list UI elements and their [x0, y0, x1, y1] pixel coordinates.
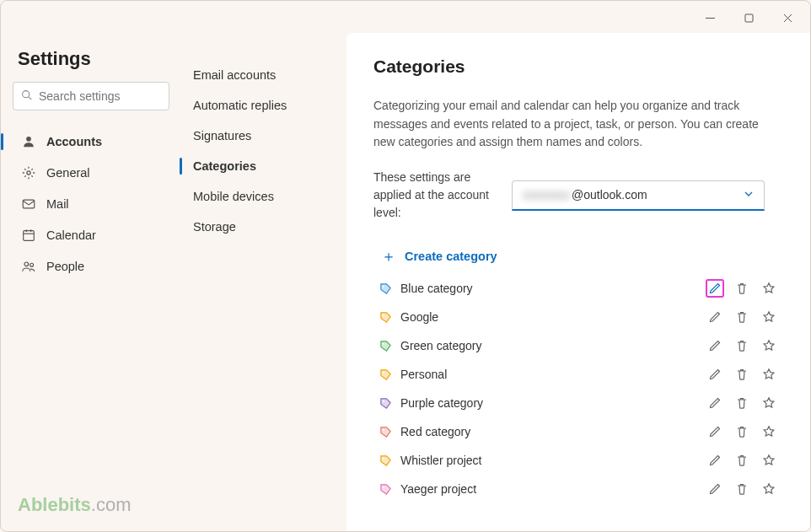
edit-button[interactable]: [706, 394, 724, 412]
delete-button[interactable]: [733, 394, 751, 412]
page-title: Categories: [373, 56, 783, 77]
gear-icon: [19, 165, 38, 180]
favorite-button[interactable]: [760, 336, 778, 355]
subnav-item-mobile-devices[interactable]: Mobile devices: [185, 181, 343, 212]
category-name: Yaeger project: [400, 482, 706, 496]
tag-icon: [379, 425, 392, 438]
edit-button[interactable]: [706, 422, 724, 441]
category-name: Green category: [400, 339, 706, 352]
subnav-item-automatic-replies[interactable]: Automatic replies: [185, 90, 343, 121]
edit-button[interactable]: [706, 308, 724, 326]
window-titlebar: [1, 1, 810, 35]
nav-item-people[interactable]: People: [13, 251, 169, 282]
nav-item-label: Mail: [46, 197, 69, 211]
calendar-icon: [19, 228, 38, 243]
category-name: Purple category: [400, 396, 706, 410]
subnav: Email accountsAutomatic repliesSignature…: [178, 35, 346, 531]
nav-item-label: General: [46, 166, 90, 180]
nav-item-accounts[interactable]: Accounts: [13, 126, 169, 157]
plus-icon: ＋: [381, 249, 396, 264]
category-name: Google: [400, 310, 706, 324]
svg-point-4: [23, 91, 30, 98]
favorite-button[interactable]: [760, 394, 778, 412]
category-row: Yaeger project: [373, 475, 783, 503]
account-select[interactable]: xxxxxxxx@outlook.com: [512, 180, 765, 211]
category-name: Red category: [400, 425, 706, 438]
window-maximize-button[interactable]: [729, 4, 768, 31]
nav-item-label: Calendar: [46, 228, 96, 242]
tag-icon: [379, 310, 392, 324]
tag-icon: [379, 368, 392, 381]
edit-button[interactable]: [706, 279, 724, 298]
watermark: Ablebits.com: [13, 494, 169, 516]
favorite-button[interactable]: [760, 308, 778, 326]
category-row: Purple category: [373, 389, 783, 417]
window-close-button[interactable]: [768, 4, 807, 31]
category-row: Blue category: [373, 274, 783, 303]
nav-item-label: People: [46, 260, 84, 273]
person-icon: [19, 134, 38, 149]
delete-button[interactable]: [733, 365, 751, 384]
category-row: Google: [373, 303, 783, 331]
tag-icon: [379, 454, 392, 467]
delete-button[interactable]: [733, 336, 751, 355]
tag-icon: [379, 482, 392, 496]
chevron-down-icon: [744, 187, 754, 202]
subnav-item-categories[interactable]: Categories: [185, 151, 343, 181]
category-name: Blue category: [400, 282, 706, 295]
nav-item-label: Accounts: [46, 135, 102, 148]
sidebar: Settings AccountsGeneralMailCalendarPeop…: [1, 35, 178, 531]
account-level-label: These settings are applied at the accoun…: [373, 169, 491, 222]
subnav-item-storage[interactable]: Storage: [185, 212, 343, 242]
create-category-button[interactable]: ＋ Create category: [376, 242, 783, 271]
favorite-button[interactable]: [760, 451, 778, 470]
category-name: Whistler project: [400, 454, 706, 467]
delete-button[interactable]: [733, 422, 751, 441]
favorite-button[interactable]: [760, 422, 778, 441]
category-row: Red category: [373, 417, 783, 446]
favorite-button[interactable]: [760, 279, 778, 298]
subnav-item-email-accounts[interactable]: Email accounts: [185, 60, 343, 90]
window-minimize-button[interactable]: [690, 4, 729, 31]
category-name: Personal: [400, 368, 706, 381]
svg-rect-1: [745, 14, 753, 22]
delete-button[interactable]: [733, 451, 751, 470]
nav-item-calendar[interactable]: Calendar: [13, 220, 169, 250]
delete-button[interactable]: [733, 480, 751, 498]
favorite-button[interactable]: [760, 480, 778, 498]
subnav-item-signatures[interactable]: Signatures: [185, 121, 343, 151]
tag-icon: [379, 396, 392, 410]
page-description: Categorizing your email and calendar can…: [373, 97, 783, 152]
category-row: Green category: [373, 331, 783, 360]
delete-button[interactable]: [733, 308, 751, 326]
edit-button[interactable]: [706, 336, 724, 355]
category-row: Whistler project: [373, 446, 783, 475]
tag-icon: [379, 282, 392, 295]
tag-icon: [379, 339, 392, 352]
nav-item-general[interactable]: General: [13, 158, 169, 188]
svg-line-5: [29, 97, 31, 99]
mail-icon: [19, 196, 38, 212]
favorite-button[interactable]: [760, 365, 778, 384]
search-icon: [21, 89, 32, 103]
edit-button[interactable]: [706, 480, 724, 498]
main-panel: Categories Categorizing your email and c…: [346, 33, 810, 531]
search-input[interactable]: [13, 82, 169, 110]
search-container: [13, 82, 169, 110]
delete-button[interactable]: [733, 279, 751, 298]
settings-heading: Settings: [18, 48, 169, 70]
edit-button[interactable]: [706, 451, 724, 470]
nav-item-mail[interactable]: Mail: [13, 189, 169, 219]
category-row: Personal: [373, 360, 783, 389]
edit-button[interactable]: [706, 365, 724, 384]
people-icon: [19, 259, 38, 274]
